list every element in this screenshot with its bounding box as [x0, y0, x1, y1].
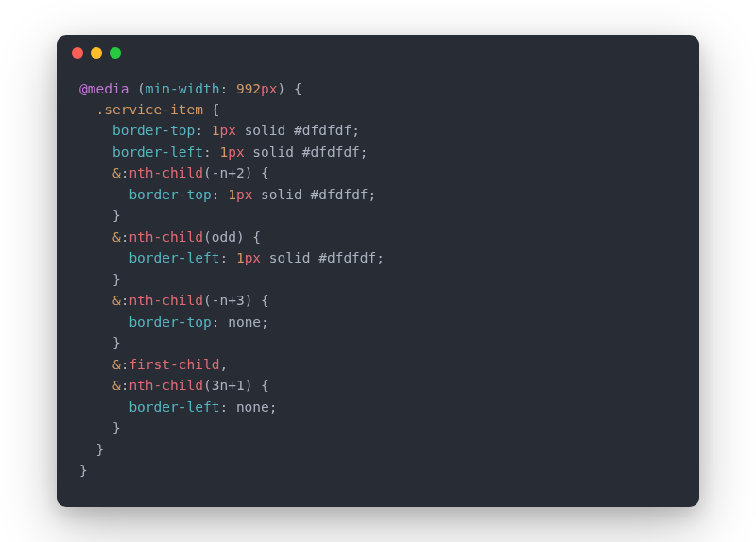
code-token: ;	[369, 187, 377, 202]
code-line: }	[79, 439, 677, 460]
code-window: @media (min-width: 992px) { .service-ite…	[57, 35, 699, 508]
code-line: @media (min-width: 992px) {	[79, 78, 677, 99]
code-token	[79, 399, 129, 415]
code-token: &	[112, 378, 121, 393]
code-line: &:nth-child(odd) {	[79, 227, 677, 247]
code-line: &:nth-child(-n+2) {	[79, 162, 677, 183]
code-token	[79, 144, 112, 160]
code-token: )	[236, 229, 245, 245]
code-block: @media (min-width: 992px) { .service-ite…	[57, 71, 699, 508]
code-token: 1	[228, 187, 236, 202]
code-token: :	[219, 81, 235, 96]
code-token: border-top	[129, 314, 211, 330]
code-token: solid	[245, 144, 302, 160]
code-token: &	[112, 229, 121, 245]
code-token: border-left	[129, 250, 219, 265]
code-token: solid	[261, 250, 318, 265]
code-token: }	[79, 463, 88, 478]
code-token	[79, 102, 95, 117]
minimize-icon[interactable]	[91, 47, 102, 59]
code-token: ;	[376, 250, 385, 265]
code-token: {	[252, 165, 268, 180]
code-token: ;	[261, 314, 269, 330]
code-token: }	[79, 442, 104, 457]
code-token: (	[203, 229, 212, 245]
code-token	[79, 314, 129, 330]
code-line: }	[79, 460, 677, 481]
code-token: ;	[269, 399, 278, 415]
code-token: .service-item	[95, 102, 203, 117]
code-line: &:nth-child(-n+3) {	[79, 290, 677, 311]
code-token: border-left	[112, 144, 203, 160]
code-token: #dfdfdf	[318, 250, 376, 265]
code-token: ) {	[278, 81, 302, 96]
code-line: &:nth-child(3n+1) {	[79, 375, 677, 396]
code-token: px	[228, 144, 244, 160]
code-line: border-top: 1px solid #dfdfdf;	[79, 184, 677, 205]
code-token: :	[212, 187, 228, 202]
code-token: first-child	[129, 357, 219, 372]
code-token: px	[261, 81, 277, 96]
code-token: #dfdfdf	[302, 144, 360, 160]
code-token: 3n+1	[212, 378, 245, 393]
code-token: (	[203, 293, 212, 308]
code-line: &:first-child,	[79, 354, 677, 375]
code-token: nth-child	[129, 229, 203, 245]
code-token: px	[219, 123, 235, 138]
code-token: -n+3	[212, 293, 245, 308]
code-line: }	[79, 205, 677, 226]
maximize-icon[interactable]	[110, 47, 121, 59]
code-token	[79, 229, 112, 245]
code-token	[79, 123, 112, 138]
code-token: (	[203, 378, 212, 393]
code-token: ;	[360, 144, 369, 160]
code-line: border-top: 1px solid #dfdfdf;	[79, 120, 677, 141]
code-token: min-width	[146, 81, 220, 96]
code-token: (	[203, 165, 212, 180]
code-token: 992	[236, 81, 261, 96]
code-line: border-left: 1px solid #dfdfdf;	[79, 142, 677, 162]
code-token: {	[203, 102, 219, 117]
code-token: odd	[212, 229, 236, 245]
code-token: &	[112, 165, 121, 180]
code-token: solid	[252, 187, 310, 202]
code-token: 1	[219, 144, 228, 160]
close-icon[interactable]	[72, 47, 83, 59]
code-line: }	[79, 417, 677, 438]
code-token: {	[252, 378, 268, 393]
code-token: none	[228, 314, 261, 330]
code-token: {	[252, 293, 268, 308]
code-token	[79, 165, 112, 180]
code-line: }	[79, 332, 677, 353]
code-token	[79, 250, 129, 265]
code-token: px	[236, 187, 252, 202]
code-token: {	[245, 229, 261, 245]
code-token: solid	[236, 123, 294, 138]
code-token: &	[112, 357, 121, 372]
code-token: #dfdfdf	[310, 187, 368, 202]
code-token: @media	[79, 81, 129, 96]
code-token: :	[203, 144, 219, 160]
code-token: &	[112, 293, 121, 308]
code-token	[79, 293, 112, 308]
code-line: }	[79, 269, 677, 290]
code-token: px	[245, 250, 261, 265]
code-token: nth-child	[129, 293, 203, 308]
code-token: 1	[236, 250, 245, 265]
code-token	[79, 357, 112, 372]
code-token: :	[219, 250, 235, 265]
code-token: ,	[219, 357, 228, 372]
code-line: border-left: 1px solid #dfdfdf;	[79, 247, 677, 268]
code-token: border-top	[112, 123, 195, 138]
code-token: ;	[352, 123, 360, 138]
code-token: }	[79, 335, 121, 350]
code-line: border-left: none;	[79, 397, 677, 417]
code-token: }	[79, 208, 121, 223]
code-token: none	[236, 399, 269, 415]
code-token: #dfdfdf	[294, 123, 352, 138]
window-titlebar	[57, 35, 699, 71]
code-token: :	[219, 399, 235, 415]
code-token: }	[79, 272, 121, 287]
code-token	[79, 187, 129, 202]
code-token: }	[79, 420, 121, 435]
